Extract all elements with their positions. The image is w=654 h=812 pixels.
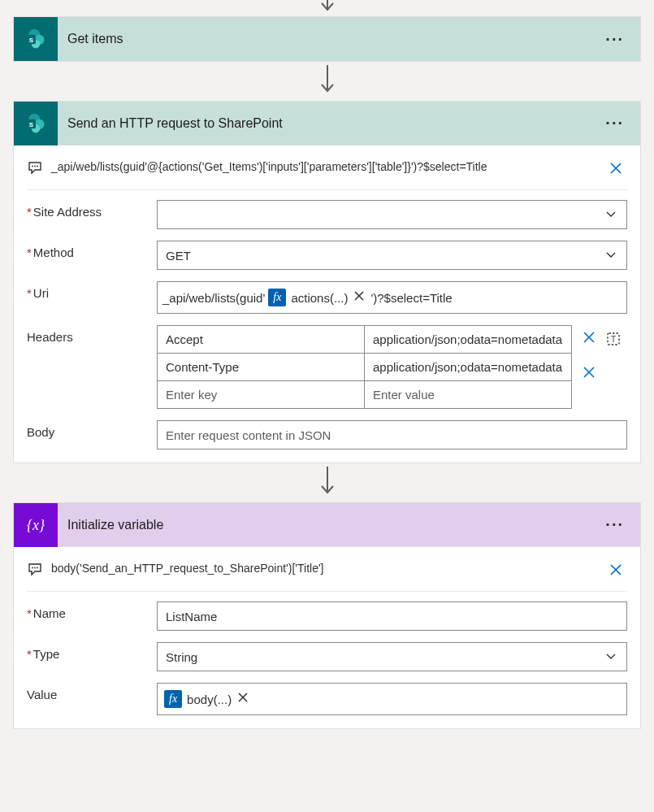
chevron-down-icon	[604, 248, 618, 263]
name-input[interactable]: ListName	[157, 601, 627, 631]
label-value: Value	[27, 683, 149, 701]
label-site-address: *Site Address	[27, 200, 149, 219]
action-get-items[interactable]: S Get items ···	[13, 16, 641, 62]
body-input[interactable]: Enter request content in JSON	[157, 420, 627, 449]
label-method: *Method	[27, 241, 149, 259]
name-value: ListName	[166, 610, 217, 623]
site-address-select[interactable]	[157, 200, 627, 229]
header-delete-button[interactable]	[578, 365, 600, 382]
svg-point-19	[32, 567, 33, 569]
switch-mode-icon[interactable]: T	[606, 332, 621, 346]
sharepoint-icon: S	[14, 17, 58, 61]
token-remove-button[interactable]	[353, 289, 366, 306]
comment-text[interactable]: body('Send_an_HTTP_request_to_SharePoint…	[51, 562, 596, 575]
action-title: Get items	[67, 32, 596, 46]
comment-close-button[interactable]	[604, 562, 627, 580]
header-value-cell[interactable]: application/json;odata=nometadata	[365, 354, 571, 380]
action-initialize-variable: {x} Initialize variable ··· body('Send_a…	[13, 502, 641, 729]
header-row: Content-Type application/json;odata=nome…	[158, 354, 571, 381]
fx-icon: fx	[164, 690, 182, 708]
label-body: Body	[27, 420, 149, 439]
fx-icon: fx	[268, 289, 286, 306]
label-name: *Name	[27, 601, 149, 620]
action-menu-button[interactable]: ···	[605, 515, 624, 534]
headers-table: Accept application/json;odata=nometadata…	[157, 325, 572, 409]
uri-text-suffix: ')?$select=Title	[370, 291, 452, 305]
comment-text[interactable]: _api/web/lists(guid'@{actions('Get_Items…	[51, 160, 596, 173]
svg-text:S: S	[29, 37, 33, 44]
uri-text-prefix: _api/web/lists(guid'	[162, 291, 265, 305]
action-menu-button[interactable]: ···	[605, 30, 624, 49]
svg-point-12	[32, 166, 33, 167]
token-label: actions(...)	[291, 291, 348, 305]
action-comment-row: _api/web/lists(guid'@{actions('Get_Items…	[27, 154, 627, 190]
action-title: Initialize variable	[67, 518, 596, 532]
header-value-cell[interactable]: application/json;odata=nometadata	[365, 326, 571, 353]
value-input[interactable]: fx body(...)	[157, 683, 627, 715]
method-value: GET	[166, 249, 191, 263]
comment-close-button[interactable]	[604, 160, 627, 178]
action-title: Send an HTTP request to SharePoint	[67, 116, 596, 131]
svg-point-21	[37, 567, 38, 569]
type-select[interactable]: String	[157, 642, 627, 671]
token-label: body(...)	[187, 693, 232, 706]
action-header[interactable]: S Send an HTTP request to SharePoint ···	[14, 102, 640, 145]
header-delete-button[interactable]	[578, 330, 600, 347]
method-select[interactable]: GET	[157, 241, 627, 270]
sharepoint-icon: S	[14, 102, 58, 145]
comment-icon	[27, 160, 43, 176]
svg-point-20	[34, 567, 36, 569]
header-value-placeholder[interactable]: Enter value	[365, 381, 571, 408]
body-placeholder: Enter request content in JSON	[166, 428, 331, 442]
chevron-down-icon	[604, 649, 618, 664]
label-uri: *Uri	[27, 281, 149, 300]
svg-point-14	[37, 166, 38, 167]
type-value: String	[166, 650, 197, 664]
expression-token[interactable]: fx body(...)	[164, 690, 251, 708]
label-headers: Headers	[27, 325, 149, 344]
header-row-new: Enter key Enter value	[158, 381, 571, 408]
variable-icon: {x}	[14, 503, 58, 547]
action-header[interactable]: {x} Initialize variable ···	[14, 503, 640, 547]
expression-token[interactable]: fx actions(...)	[268, 289, 367, 306]
label-type: *Type	[27, 642, 149, 661]
svg-text:T: T	[611, 335, 616, 344]
action-http-request: S Send an HTTP request to SharePoint ···…	[13, 101, 641, 463]
action-menu-button[interactable]: ···	[605, 114, 624, 132]
connector-arrow-1	[0, 62, 654, 101]
header-key-cell[interactable]: Content-Type	[158, 354, 365, 380]
action-comment-row: body('Send_an_HTTP_request_to_SharePoint…	[27, 555, 627, 592]
header-key-placeholder[interactable]: Enter key	[158, 381, 365, 408]
svg-text:{x}: {x}	[27, 517, 45, 533]
chevron-down-icon	[604, 207, 618, 222]
svg-text:S: S	[29, 120, 33, 128]
connector-arrow-2	[0, 463, 654, 502]
uri-input[interactable]: _api/web/lists(guid' fx actions(...) ')?…	[157, 281, 627, 314]
connector-arrow-top	[0, 0, 654, 16]
token-remove-button[interactable]	[236, 691, 249, 708]
header-row: Accept application/json;odata=nometadata	[158, 326, 571, 354]
comment-icon	[27, 562, 43, 578]
svg-point-13	[34, 166, 36, 167]
header-key-cell[interactable]: Accept	[158, 326, 365, 353]
